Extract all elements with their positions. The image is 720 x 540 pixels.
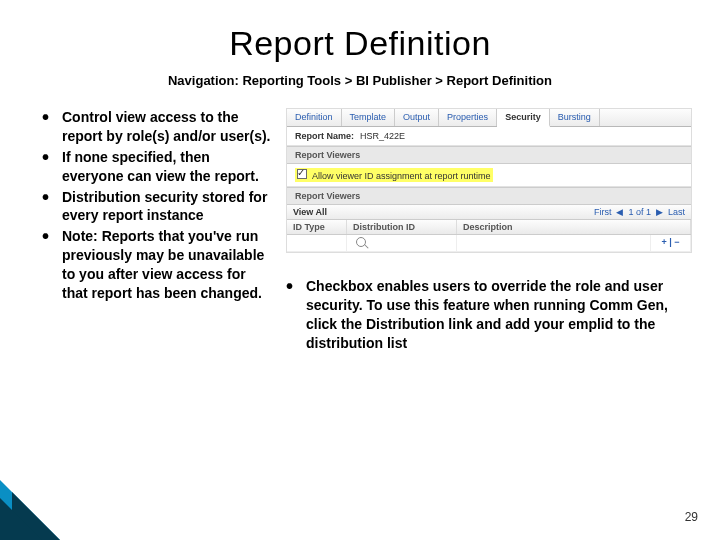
last-link[interactable]: Last	[668, 207, 685, 217]
table-header: ID Type Distribution ID Description	[287, 220, 691, 235]
col-distribution-id: Distribution ID	[347, 220, 457, 234]
list-item: Distribution security stored for every r…	[42, 188, 272, 226]
record-range: 1 of 1	[628, 207, 651, 217]
tab-properties[interactable]: Properties	[439, 109, 497, 126]
tab-bursting[interactable]: Bursting	[550, 109, 600, 126]
page-title: Report Definition	[0, 0, 720, 63]
tab-output[interactable]: Output	[395, 109, 439, 126]
report-name-label: Report Name:	[295, 131, 354, 141]
right-bullet-list: Checkbox enables users to override the r…	[286, 277, 692, 353]
list-item: Note: Reports that you've run previously…	[42, 227, 272, 303]
section-header-viewers-1: Report Viewers	[287, 146, 691, 164]
tab-strip: Definition Template Output Properties Se…	[287, 109, 691, 127]
tab-definition[interactable]: Definition	[287, 109, 342, 126]
left-bullet-list: Control view access to the report by rol…	[42, 108, 272, 303]
allow-viewer-label: Allow viewer ID assignment at report run…	[312, 171, 491, 181]
cell-distribution-id[interactable]	[347, 235, 457, 251]
add-remove-row[interactable]: + | −	[651, 235, 691, 251]
list-item: Checkbox enables users to override the r…	[286, 277, 692, 353]
cell-description	[457, 235, 651, 251]
list-item: If none specified, then everyone can vie…	[42, 148, 272, 186]
col-id-type: ID Type	[287, 220, 347, 234]
table-row: + | −	[287, 235, 691, 252]
cell-id-type[interactable]	[287, 235, 347, 251]
section-header-viewers-2: Report Viewers	[287, 187, 691, 205]
breadcrumb: Navigation: Reporting Tools > BI Publish…	[0, 73, 720, 88]
lookup-icon[interactable]	[356, 237, 366, 247]
first-link[interactable]: First	[594, 207, 612, 217]
col-description: Description	[457, 220, 691, 234]
tab-security[interactable]: Security	[497, 109, 550, 127]
report-name-value: HSR_422E	[360, 131, 405, 141]
allow-viewer-checkbox[interactable]	[297, 169, 307, 179]
page-number: 29	[685, 510, 698, 524]
view-all-link[interactable]: View All	[293, 207, 327, 217]
list-item: Control view access to the report by rol…	[42, 108, 272, 146]
tab-template[interactable]: Template	[342, 109, 396, 126]
embedded-screenshot: Definition Template Output Properties Se…	[286, 108, 692, 253]
